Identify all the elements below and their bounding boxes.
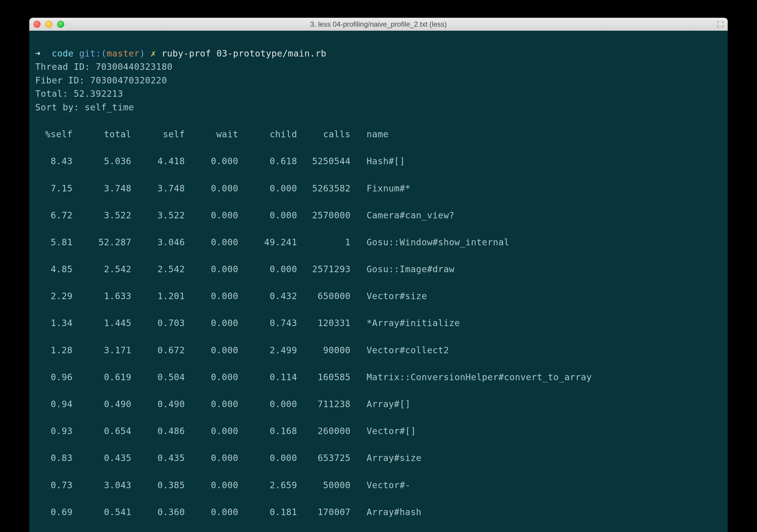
cell-child: 0.181 xyxy=(238,505,297,519)
cell-child: 0.000 xyxy=(238,182,297,195)
cell-wait: 0.000 xyxy=(185,316,238,330)
cell-child: 0.432 xyxy=(238,289,297,303)
cell-name: Array#[] xyxy=(351,398,411,411)
cell-self: 0.672 xyxy=(132,343,185,357)
thread-id-line: Thread ID: 70300440323180 xyxy=(35,62,172,72)
prompt-branch: master xyxy=(106,48,139,59)
cell-pct: 0.73 xyxy=(35,479,73,492)
cell-pct: 1.28 xyxy=(35,343,73,357)
cell-wait: 0.000 xyxy=(185,505,238,519)
table-row: 6.723.5223.5220.0000.0002570000Camera#ca… xyxy=(35,209,722,222)
table-header-row: %selftotalselfwaitchildcallsname xyxy=(35,128,722,141)
terminal-window: 3. less 04-profiling/naive_profile_2.txt… xyxy=(29,18,728,532)
cell-calls: 170007 xyxy=(297,505,351,519)
table-body: 8.435.0364.4180.0000.6185250544Hash#[] 7… xyxy=(35,155,722,532)
cell-pct: 0.69 xyxy=(35,505,73,519)
cell-name: Hash#[] xyxy=(351,155,405,168)
cell-name: Matrix::ConversionHelper#convert_to_arra… xyxy=(351,370,592,384)
cell-calls: 120331 xyxy=(297,316,351,330)
cell-total: 2.542 xyxy=(73,262,132,276)
cell-wait: 0.000 xyxy=(185,236,238,249)
cell-wait: 0.000 xyxy=(185,182,238,195)
cell-total: 1.633 xyxy=(73,289,132,303)
cell-pct: 2.29 xyxy=(35,289,73,303)
table-row: 1.283.1710.6720.0002.49990000Vector#coll… xyxy=(35,343,722,357)
cell-self: 0.490 xyxy=(132,398,185,411)
prompt-line: ➜ code git:(master) ✗ ruby-prof 03-proto… xyxy=(35,48,326,59)
window-title: 3. less 04-profiling/naive_profile_2.txt… xyxy=(29,20,728,28)
minimize-button[interactable] xyxy=(45,21,52,28)
cell-pct: 0.83 xyxy=(35,451,73,465)
cell-child: 0.000 xyxy=(238,451,297,465)
cell-pct: 0.96 xyxy=(35,370,73,384)
col-name: name xyxy=(351,128,389,141)
table-row: 1.341.4450.7030.0000.743120331*Array#ini… xyxy=(35,316,722,330)
cell-wait: 0.000 xyxy=(185,451,238,465)
col-self: self xyxy=(132,128,185,141)
cell-wait: 0.000 xyxy=(185,289,238,303)
cell-calls: 650000 xyxy=(297,289,351,303)
cell-total: 0.490 xyxy=(73,398,132,411)
cell-self: 0.504 xyxy=(132,370,185,384)
cell-child: 0.000 xyxy=(238,262,297,276)
table-row: 0.690.5410.3600.0000.181170007Array#hash xyxy=(35,505,722,519)
cell-child: 49.241 xyxy=(238,236,297,249)
table-row: 0.930.6540.4860.0000.168260000Vector#[] xyxy=(35,424,722,438)
cell-calls: 2571293 xyxy=(297,262,351,276)
cell-pct: 5.81 xyxy=(35,236,73,249)
cell-self: 0.435 xyxy=(132,451,185,465)
prompt-arrow-icon: ➜ xyxy=(35,48,41,59)
col-calls: calls xyxy=(297,128,351,141)
cell-pct: 8.43 xyxy=(35,155,73,168)
cell-name: Array#hash xyxy=(351,505,422,519)
cell-wait: 0.000 xyxy=(185,155,238,168)
maximize-icon[interactable] xyxy=(717,21,724,27)
cell-calls: 1 xyxy=(297,236,351,249)
cell-calls: 90000 xyxy=(297,343,351,357)
cell-self: 0.360 xyxy=(132,505,185,519)
cell-pct: 1.34 xyxy=(35,316,73,330)
close-button[interactable] xyxy=(33,21,41,28)
cell-self: 3.748 xyxy=(132,182,185,195)
cell-wait: 0.000 xyxy=(185,424,238,438)
cell-name: Gosu::Window#show_internal xyxy=(351,236,510,249)
cell-pct: 6.72 xyxy=(35,209,73,222)
cell-name: Fixnum#* xyxy=(351,182,411,195)
cell-name: Array#size xyxy=(351,451,422,465)
cell-child: 0.000 xyxy=(238,209,297,222)
cell-name: Vector#[] xyxy=(351,424,416,438)
col-total: total xyxy=(73,128,132,141)
cell-pct: 0.93 xyxy=(35,424,73,438)
cell-self: 0.385 xyxy=(132,479,185,492)
cell-wait: 0.000 xyxy=(185,398,238,411)
cell-self: 0.703 xyxy=(132,316,185,330)
table-row: 7.153.7483.7480.0000.0005263582Fixnum#* xyxy=(35,182,722,195)
cell-total: 0.541 xyxy=(73,505,132,519)
table-row: 8.435.0364.4180.0000.6185250544Hash#[] xyxy=(35,155,722,168)
prompt-dirty-icon: ✗ xyxy=(151,48,156,59)
cell-name: Vector#collect2 xyxy=(351,343,449,357)
terminal-body[interactable]: ➜ code git:(master) ✗ ruby-prof 03-proto… xyxy=(29,31,728,532)
window-titlebar: 3. less 04-profiling/naive_profile_2.txt… xyxy=(29,18,728,31)
cell-wait: 0.000 xyxy=(185,262,238,276)
col-wait: wait xyxy=(185,128,238,141)
cell-name: *Array#initialize xyxy=(351,316,460,330)
table-row: 0.830.4350.4350.0000.000653725Array#size xyxy=(35,451,722,465)
zoom-button[interactable] xyxy=(57,21,64,28)
cell-name: Camera#can_view? xyxy=(351,209,455,222)
sort-line: Sort by: self_time xyxy=(35,102,134,112)
cell-pct: 7.15 xyxy=(35,182,73,195)
cell-calls: 50000 xyxy=(297,479,351,492)
table-row: 0.733.0430.3850.0002.65950000Vector#- xyxy=(35,479,722,492)
cell-child: 0.168 xyxy=(238,424,297,438)
cell-total: 3.522 xyxy=(73,209,132,222)
prompt-git-close: ) xyxy=(140,48,145,59)
cell-name: Vector#- xyxy=(351,479,411,492)
cell-self: 3.522 xyxy=(132,209,185,222)
prompt-dir: code xyxy=(52,48,74,59)
cell-calls: 2570000 xyxy=(297,209,351,222)
cell-child: 2.499 xyxy=(238,343,297,357)
cell-total: 0.654 xyxy=(73,424,132,438)
cell-child: 0.743 xyxy=(238,316,297,330)
cell-total: 1.445 xyxy=(73,316,132,330)
